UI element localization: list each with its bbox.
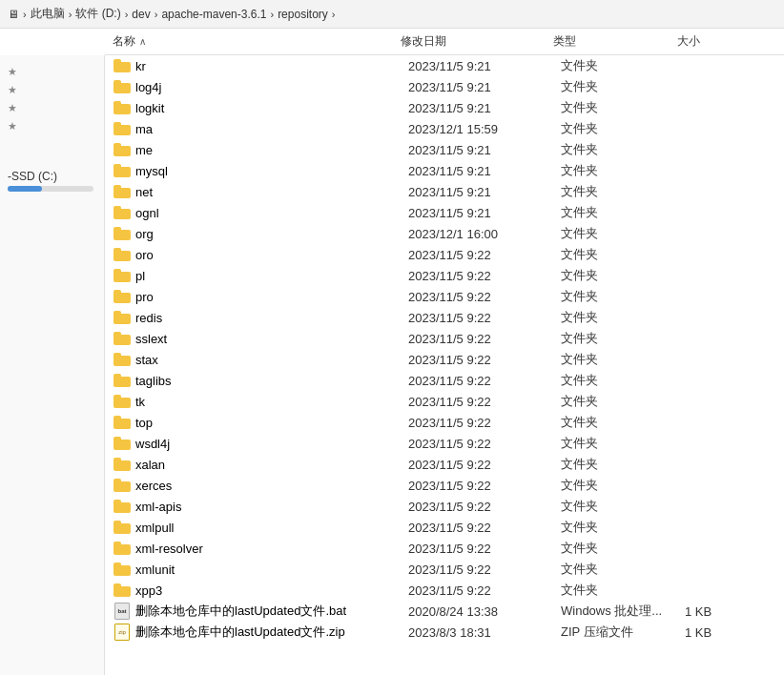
file-type-label: Windows 批处理... xyxy=(561,603,685,620)
table-row[interactable]: me 2023/11/5 9:21 文件夹 xyxy=(105,139,784,160)
table-row[interactable]: wsdl4j 2023/11/5 9:22 文件夹 xyxy=(105,433,784,454)
file-date-label: 2023/11/5 9:22 xyxy=(408,332,561,346)
file-date-label: 2023/11/5 9:22 xyxy=(408,521,561,535)
file-type-label: 文件夹 xyxy=(561,498,685,515)
file-type-label: 文件夹 xyxy=(561,414,685,431)
breadcrumb-bar[interactable]: 🖥 › 此电脑 › 软件 (D:) › dev › apache-maven-3… xyxy=(0,0,784,29)
file-date-label: 2023/12/1 16:00 xyxy=(408,227,561,241)
file-date-label: 2023/11/5 9:22 xyxy=(408,562,561,577)
sidebar-pin-3[interactable]: ★ xyxy=(0,99,104,117)
file-name-label: xmlpull xyxy=(132,521,408,535)
file-date-label: 2023/11/5 9:21 xyxy=(408,143,561,157)
table-row[interactable]: log4j 2023/11/5 9:21 文件夹 xyxy=(105,76,784,97)
file-date-label: 2023/11/5 9:22 xyxy=(408,500,561,514)
breadcrumb-item-computer[interactable]: 此电脑 xyxy=(31,6,65,22)
sidebar-pin-1[interactable]: ★ xyxy=(0,63,104,81)
table-row[interactable]: pro 2023/11/5 9:22 文件夹 xyxy=(105,286,784,307)
folder-icon xyxy=(113,561,132,578)
sidebar-pin-2[interactable]: ★ xyxy=(0,81,104,99)
file-name-label: log4j xyxy=(132,80,408,94)
file-type-label: 文件夹 xyxy=(561,540,685,557)
file-date-label: 2023/11/5 9:21 xyxy=(408,59,561,73)
file-date-label: 2023/11/5 9:22 xyxy=(408,583,561,598)
table-row[interactable]: xml-resolver 2023/11/5 9:22 文件夹 xyxy=(105,538,784,559)
file-name-label: wsdl4j xyxy=(132,437,408,451)
file-date-label: 2023/12/1 15:59 xyxy=(408,122,561,136)
table-row[interactable]: xml-apis 2023/11/5 9:22 文件夹 xyxy=(105,496,784,517)
table-row[interactable]: oro 2023/11/5 9:22 文件夹 xyxy=(105,244,784,265)
disk-usage-bar xyxy=(8,186,93,192)
file-rows: bat 删除本地仓库中的lastUpdated文件.bat 2020/8/24 … xyxy=(105,601,784,643)
folder-icon xyxy=(113,267,132,284)
table-row[interactable]: xerces 2023/11/5 9:22 文件夹 xyxy=(105,475,784,496)
table-row[interactable]: xpp3 2023/11/5 9:22 文件夹 xyxy=(105,580,784,601)
folder-icon xyxy=(113,246,132,263)
file-name-label: pro xyxy=(132,290,408,304)
table-row[interactable]: xmlpull 2023/11/5 9:22 文件夹 xyxy=(105,517,784,538)
file-type-label: 文件夹 xyxy=(561,561,685,578)
file-type-label: 文件夹 xyxy=(561,183,685,200)
table-row[interactable]: xalan 2023/11/5 9:22 文件夹 xyxy=(105,454,784,475)
folder-icon xyxy=(113,78,132,95)
breadcrumb-item-dev[interactable]: dev xyxy=(132,8,150,21)
table-row[interactable]: zip 删除本地仓库中的lastUpdated文件.zip 2023/8/3 1… xyxy=(105,622,784,643)
breadcrumb-item-maven[interactable]: apache-maven-3.6.1 xyxy=(161,8,266,21)
sidebar-pin-4[interactable]: ★ xyxy=(0,117,104,135)
file-name-label: ma xyxy=(132,122,408,136)
folder-icon xyxy=(113,540,132,557)
file-type-label: 文件夹 xyxy=(561,99,685,116)
file-date-label: 2020/8/24 13:38 xyxy=(408,604,561,619)
file-name-label: xml-resolver xyxy=(132,542,408,556)
table-row[interactable]: ognl 2023/11/5 9:21 文件夹 xyxy=(105,202,784,223)
folder-icon xyxy=(113,330,132,347)
file-name-label: ognl xyxy=(132,206,408,220)
folder-icon xyxy=(113,204,132,221)
table-row[interactable]: stax 2023/11/5 9:22 文件夹 xyxy=(105,349,784,370)
breadcrumb-item-repository[interactable]: repository xyxy=(278,8,328,21)
file-name-label: org xyxy=(132,227,408,241)
file-date-label: 2023/11/5 9:22 xyxy=(408,542,561,556)
file-date-label: 2023/11/5 9:22 xyxy=(408,479,561,493)
file-date-label: 2023/11/5 9:22 xyxy=(408,437,561,451)
table-row[interactable]: tk 2023/11/5 9:22 文件夹 xyxy=(105,391,784,412)
file-list[interactable]: kr 2023/11/5 9:21 文件夹 log4j 2023/11/5 9:… xyxy=(105,55,784,675)
file-name-label: 删除本地仓库中的lastUpdated文件.bat xyxy=(132,603,408,620)
file-name-label: oro xyxy=(132,248,408,262)
file-date-label: 2023/8/3 18:31 xyxy=(408,625,561,640)
table-row[interactable]: top 2023/11/5 9:22 文件夹 xyxy=(105,412,784,433)
table-row[interactable]: taglibs 2023/11/5 9:22 文件夹 xyxy=(105,370,784,391)
file-type-label: 文件夹 xyxy=(561,582,685,599)
file-name-label: xmlunit xyxy=(132,562,408,577)
column-header-row: 名称 ∧ 修改日期 类型 大小 xyxy=(105,29,784,55)
file-type-label: 文件夹 xyxy=(561,162,685,179)
file-size-label: 1 KB xyxy=(685,604,761,619)
table-row[interactable]: sslext 2023/11/5 9:22 文件夹 xyxy=(105,328,784,349)
file-type-label: 文件夹 xyxy=(561,246,685,263)
folder-icon xyxy=(113,288,132,305)
breadcrumb-item-drive[interactable]: 软件 (D:) xyxy=(75,6,120,22)
folder-icon xyxy=(113,372,132,389)
file-date-label: 2023/11/5 9:22 xyxy=(408,395,561,409)
table-row[interactable]: net 2023/11/5 9:21 文件夹 xyxy=(105,181,784,202)
folder-icon xyxy=(113,477,132,494)
file-size-label: 1 KB xyxy=(685,625,761,640)
table-row[interactable]: pl 2023/11/5 9:22 文件夹 xyxy=(105,265,784,286)
file-name-label: tk xyxy=(132,395,408,409)
folder-icon xyxy=(113,582,132,599)
column-name-header[interactable]: 名称 ∧ xyxy=(105,33,401,50)
folder-icon xyxy=(113,57,132,74)
column-type-header[interactable]: 类型 xyxy=(553,33,677,50)
sidebar-disk-c[interactable]: -SSD (C:) xyxy=(0,166,104,195)
column-date-header[interactable]: 修改日期 xyxy=(401,33,553,50)
column-size-header[interactable]: 大小 xyxy=(677,33,753,50)
table-row[interactable]: redis 2023/11/5 9:22 文件夹 xyxy=(105,307,784,328)
table-row[interactable]: kr 2023/11/5 9:21 文件夹 xyxy=(105,55,784,76)
table-row[interactable]: logkit 2023/11/5 9:21 文件夹 xyxy=(105,97,784,118)
table-row[interactable]: ma 2023/12/1 15:59 文件夹 xyxy=(105,118,784,139)
table-row[interactable]: bat 删除本地仓库中的lastUpdated文件.bat 2020/8/24 … xyxy=(105,601,784,622)
file-name-label: xml-apis xyxy=(132,500,408,514)
table-row[interactable]: xmlunit 2023/11/5 9:22 文件夹 xyxy=(105,559,784,580)
table-row[interactable]: org 2023/12/1 16:00 文件夹 xyxy=(105,223,784,244)
table-row[interactable]: mysql 2023/11/5 9:21 文件夹 xyxy=(105,160,784,181)
breadcrumb-sep: › xyxy=(125,9,129,20)
